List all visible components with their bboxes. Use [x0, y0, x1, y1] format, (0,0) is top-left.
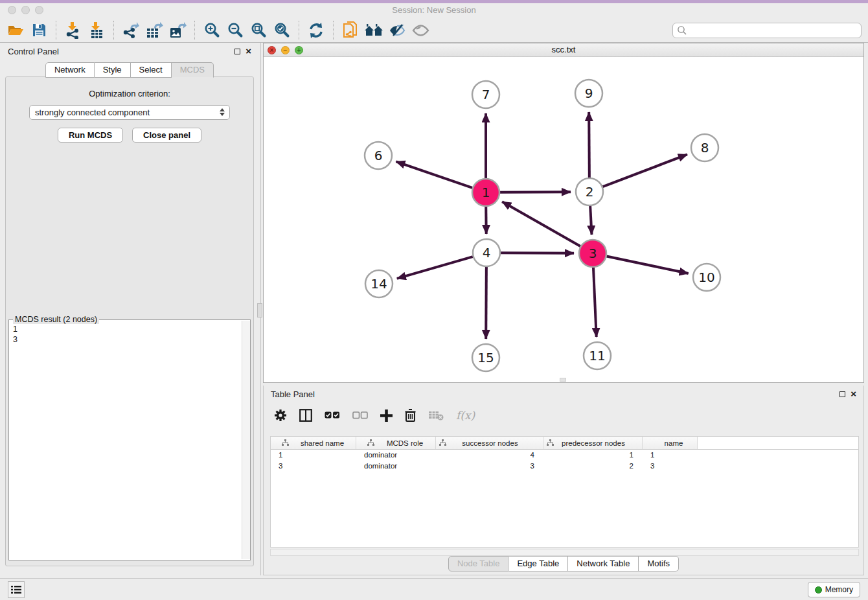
show-graphics-details-button[interactable]	[409, 20, 432, 41]
mcds-result-group: MCDS result (2 nodes) 1 3	[8, 319, 251, 560]
cell-shared-name[interactable]: 3	[271, 461, 356, 472]
canvas-resize-grip[interactable]	[560, 378, 566, 382]
export-table-icon	[146, 22, 163, 39]
table-horizontal-scrollbar[interactable]	[270, 549, 859, 556]
graph-node-2[interactable]: 2	[576, 178, 603, 205]
import-network-button[interactable]	[62, 20, 85, 41]
cell-successor-nodes[interactable]: 4	[436, 450, 543, 461]
select-all-button[interactable]	[325, 411, 340, 419]
cell-name[interactable]: 3	[643, 461, 698, 472]
graph-edge-1-6[interactable]	[396, 161, 472, 187]
tab-network[interactable]: Network	[45, 62, 95, 78]
import-table-button[interactable]	[85, 20, 108, 41]
delete-table-button[interactable]	[428, 410, 444, 421]
graph-edge-4-3[interactable]	[501, 253, 574, 253]
cell-predecessor-nodes[interactable]: 1	[543, 450, 643, 461]
graph-node-14[interactable]: 14	[365, 270, 393, 297]
graph-node-11[interactable]: 11	[584, 342, 611, 369]
graph-node-4[interactable]: 4	[473, 239, 500, 266]
save-session-button[interactable]	[27, 20, 51, 41]
graph-edge-2-8[interactable]	[603, 154, 687, 187]
tab-style[interactable]: Style	[95, 62, 131, 78]
deselect-all-button[interactable]	[352, 411, 368, 419]
graph-edge-2-9[interactable]	[589, 112, 589, 178]
criterion-dropdown[interactable]: strongly connected component	[29, 105, 230, 120]
graph-node-1[interactable]: 1	[472, 179, 499, 206]
close-panel-button[interactable]: Close panel	[132, 128, 201, 143]
memory-button[interactable]: Memory	[808, 582, 860, 597]
tab-select[interactable]: Select	[131, 62, 172, 78]
float-panel-icon[interactable]	[234, 49, 240, 54]
zoom-in-button[interactable]	[200, 20, 223, 41]
graph-edge-4-15[interactable]	[486, 267, 486, 339]
table-row[interactable]: 3 dominator 3 2 3	[271, 461, 858, 472]
function-builder-button[interactable]: f(x)	[456, 409, 475, 422]
graph-node-15[interactable]: 15	[472, 344, 499, 371]
table-options-button[interactable]	[274, 409, 287, 422]
export-network-icon	[122, 22, 139, 39]
cell-predecessor-nodes[interactable]: 2	[543, 461, 643, 472]
search-field[interactable]	[672, 23, 862, 38]
network-minimize-icon[interactable]: −	[281, 46, 290, 54]
graph-node-3[interactable]: 3	[579, 240, 606, 267]
tab-edge-table[interactable]: Edge Table	[508, 556, 568, 571]
apply-layout-button[interactable]	[304, 20, 328, 41]
search-input[interactable]	[687, 24, 861, 37]
export-image-button[interactable]	[166, 20, 189, 41]
open-session-button[interactable]	[4, 20, 27, 41]
network-maximize-icon[interactable]: +	[295, 46, 303, 54]
column-header-successor-nodes[interactable]: successor nodes	[436, 437, 543, 449]
graph-edge-2-3[interactable]	[590, 206, 591, 235]
graph-edge-3-1[interactable]	[502, 202, 580, 246]
graph-edge-1-2[interactable]	[500, 192, 571, 192]
tab-network-table[interactable]: Network Table	[568, 556, 639, 571]
zoom-fit-button[interactable]	[247, 20, 270, 41]
zoom-selected-button[interactable]	[270, 20, 293, 41]
graph-node-9[interactable]: 9	[575, 80, 602, 107]
network-graph: 7968124314101511	[264, 57, 863, 382]
tab-node-table[interactable]: Node Table	[448, 556, 509, 571]
export-table-button[interactable]	[143, 20, 166, 41]
column-header-name[interactable]: name	[643, 437, 698, 449]
tree-icon	[367, 439, 374, 446]
zoom-in-icon	[204, 22, 220, 38]
cell-name[interactable]: 1	[643, 450, 698, 461]
graph-node-7[interactable]: 7	[472, 81, 499, 108]
close-table-panel-icon[interactable]: ×	[851, 391, 856, 397]
toggle-panes-button[interactable]	[299, 409, 312, 422]
add-column-button[interactable]	[380, 410, 393, 422]
task-history-button[interactable]	[8, 581, 25, 598]
network-window-titlebar[interactable]: × − + scc.txt	[264, 43, 863, 57]
graph-node-6[interactable]: 6	[365, 142, 392, 169]
graph-node-8[interactable]: 8	[691, 134, 718, 161]
cell-mcds-role[interactable]: dominator	[356, 461, 436, 472]
toolbar-separator	[56, 21, 56, 40]
hide-graphics-details-button[interactable]	[385, 20, 409, 41]
cell-successor-nodes[interactable]: 3	[436, 461, 543, 472]
float-table-panel-icon[interactable]	[839, 391, 845, 397]
cell-mcds-role[interactable]: dominator	[356, 450, 436, 461]
close-panel-icon[interactable]: ×	[246, 48, 251, 54]
graph-edge-3-11[interactable]	[593, 268, 597, 337]
first-neighbors-button[interactable]	[362, 20, 385, 41]
result-scrollbar[interactable]	[242, 321, 250, 559]
table-row[interactable]: 1 dominator 4 1 1	[271, 450, 858, 461]
run-mcds-button[interactable]: Run MCDS	[58, 128, 123, 143]
cell-shared-name[interactable]: 1	[271, 450, 356, 461]
network-close-icon[interactable]: ×	[268, 46, 276, 54]
column-header-predecessor-nodes[interactable]: predecessor nodes	[543, 437, 643, 449]
export-network-button[interactable]	[119, 20, 143, 41]
splitter-grip[interactable]	[257, 303, 262, 317]
tab-mcds[interactable]: MCDS	[172, 62, 214, 78]
column-header-mcds-role[interactable]: MCDS role	[356, 437, 436, 449]
zoom-out-button[interactable]	[223, 20, 247, 41]
tab-motifs[interactable]: Motifs	[639, 556, 679, 571]
network-canvas[interactable]: 7968124314101511	[264, 57, 863, 382]
plus-icon	[380, 410, 393, 422]
delete-columns-button[interactable]	[405, 409, 416, 422]
graph-edge-3-10[interactable]	[607, 257, 689, 274]
graph-node-10[interactable]: 10	[693, 264, 720, 291]
column-header-shared-name[interactable]: shared name	[271, 437, 356, 449]
graph-edge-4-14[interactable]	[397, 257, 473, 279]
network-file-manager-button[interactable]	[339, 20, 362, 41]
